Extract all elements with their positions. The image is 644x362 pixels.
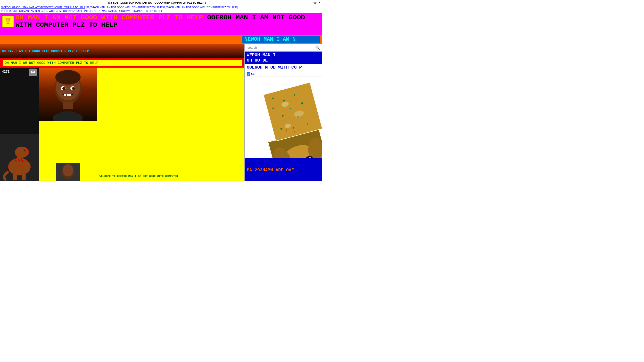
dino-image: r r r <box>0 134 39 181</box>
svg-point-8 <box>24 150 25 151</box>
pink-pre-text: OH MAN I AM NOT GOOD WITH COMPUTER PLZ T… <box>16 14 203 21</box>
bg-area: OH MAN I AM NOT GOOD WITH COMPUTER PLZ T… <box>0 44 244 58</box>
sidebar-link-text[interactable]: US <box>251 72 255 76</box>
svg-text:e: e <box>306 122 309 125</box>
right-sidebar: 🔍 WEPOH MAN I OH HO DE OOEROH M OD WITH … <box>244 44 322 181</box>
svg-text:4: 4 <box>294 130 296 134</box>
pink-header: 🏆 OH MAN I AM NOT GOOD WITH COMPUTER PLZ… <box>0 13 322 35</box>
trophy-icon: 🏆 <box>2 15 14 27</box>
svg-rect-23 <box>67 94 69 96</box>
pink-header-text: OH MAN I AM NOT GOOD WITH COMPUTER PLZ T… <box>16 14 320 29</box>
window-title: MY SUBREDDITSOH MAN I AM NOT GOOD WITH C… <box>2 1 312 4</box>
svg-rect-0 <box>31 70 35 73</box>
title-bar-arrows: ◁ ▷ ✕ <box>312 1 320 4</box>
arrow-left[interactable]: ◁ <box>312 1 314 4</box>
svg-rect-24 <box>69 94 71 96</box>
person-area <box>39 68 97 181</box>
sidebar-link-row: US <box>245 71 322 77</box>
search-button[interactable]: 🔍 <box>314 45 321 50</box>
nav-score: (89,354) <box>86 6 95 9</box>
orange-bar: HOTOH MAN I AM NOT GOOD WITH COMPUTER PL… <box>0 35 322 44</box>
svg-rect-25 <box>63 102 73 109</box>
nav-separator1: | <box>237 6 238 9</box>
post-title[interactable]: OH MAN I AM NOT GOOD WITH COMPUTER PLZ T… <box>4 61 98 65</box>
welcome-text: WELCOME TO OOEROH MAN I AM NOT GOOD WITH… <box>100 175 244 178</box>
sidebar-bottom-text: PA 293HAMM ARE OVE <box>247 168 294 173</box>
nav-score-text: OH MAN I AM NOT GOOD WITH COMPUTER PLZ T… <box>95 6 162 9</box>
vote-counter[interactable]: 4271 <box>2 70 10 73</box>
svg-point-17 <box>55 70 80 85</box>
chat-icon[interactable] <box>29 69 37 76</box>
yellow-content-area: WELCOME TO OOEROH MAN I AM NOT GOOD WITH… <box>97 68 244 181</box>
search-bar: 🔍 <box>245 44 322 52</box>
sidebar-header-line2: OH HO DE <box>247 58 320 63</box>
svg-rect-10 <box>22 173 26 180</box>
yellow-post: OH MAN I AM NOT GOOD WITH COMPUTER PLZ T… <box>0 58 244 68</box>
nav-bar: NICKDOUGLASOH MAN I AM NOT GOOD WITH COM… <box>0 5 322 13</box>
nav-preferences[interactable]: PREFERENCESOH MAN I AM NOT GOOD WITH COM… <box>1 9 86 12</box>
person-photo <box>39 68 97 121</box>
nav-username[interactable]: NICKDOUGLASOH MAN I AM NOT GOOD WITH COM… <box>1 6 85 9</box>
bg-area-text: OH MAN I AM NOT GOOD WITH COMPUTER PLZ T… <box>2 49 89 53</box>
nav-logout[interactable]: LOGOUTOH MAN I AM NOT GOOD WITH COMPUTER… <box>87 9 164 12</box>
sidebar-blue-bottom: PA 293HAMM ARE OVE <box>245 158 322 181</box>
search-input[interactable] <box>246 45 314 50</box>
svg-point-28 <box>62 164 73 177</box>
sidebar-second-header: OOEROH M OD WITH CO P <box>245 64 322 71</box>
arrow-right[interactable]: ▷ <box>316 1 318 4</box>
close-button[interactable]: ✕ <box>318 1 320 4</box>
svg-point-21 <box>72 87 75 90</box>
sidebar-checkbox[interactable] <box>247 72 250 76</box>
svg-rect-22 <box>64 94 66 96</box>
sidebar-blue-header: WEPOH MAN I OH HO DE <box>245 52 322 64</box>
svg-point-6 <box>15 147 29 158</box>
sidebar-header-line1: WEPOH MAN I <box>247 53 320 58</box>
title-bar: MY SUBREDDITSOH MAN I AM NOT GOOD WITH C… <box>0 0 322 5</box>
svg-text:r: r <box>3 170 4 172</box>
svg-rect-9 <box>13 173 17 180</box>
svg-point-20 <box>62 87 65 90</box>
yellow-post-inner: OH MAN I AM NOT GOOD WITH COMPUTER PLZ T… <box>3 60 242 66</box>
orange-bar-right-text[interactable]: NEWOH MAN I AM N <box>242 36 320 43</box>
nav-separator2: | <box>86 9 87 12</box>
main-layout: OH MAN I AM NOT GOOD WITH COMPUTER PLZ T… <box>0 44 322 181</box>
small-thumbnail <box>56 163 80 181</box>
dino-area: 4271 <box>0 68 39 181</box>
center-content: OH MAN I AM NOT GOOD WITH COMPUTER PLZ T… <box>0 44 244 181</box>
orange-bar-left-text: HOTOH MAN I AM NOT GOOD WITH COMPUTER PL… <box>2 36 242 43</box>
nav-help-text: OH MAN I AM NOT GOOD WITH COMPUTER PLZ T… <box>170 6 237 9</box>
content-row: 4271 <box>0 68 244 181</box>
nav-help-score: 52,856 <box>162 6 170 9</box>
svg-text:r: r <box>4 168 5 170</box>
svg-text:r: r <box>4 165 4 167</box>
svg-text:1: 1 <box>285 129 288 132</box>
svg-marker-3 <box>32 73 33 74</box>
